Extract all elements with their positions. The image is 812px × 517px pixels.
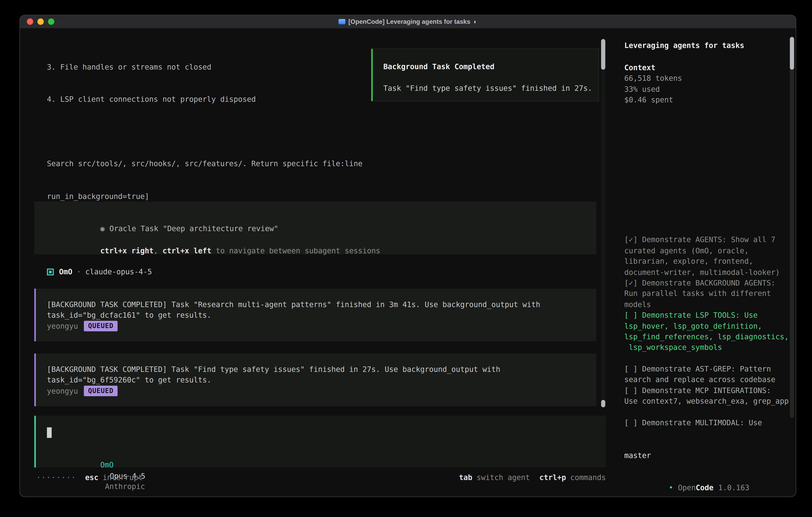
todo-line: librarian, explore, frontend, bbox=[625, 256, 789, 267]
workspace-path: ~/local-workspaces/oh-my-opencode: maste… bbox=[625, 439, 796, 461]
text-cursor bbox=[47, 428, 52, 438]
context-spent: $0.46 spent bbox=[625, 94, 682, 105]
sidebar-scrollbar-thumb[interactable] bbox=[790, 37, 794, 70]
session-sidebar: Leveraging agents for tasks Context 66,5… bbox=[616, 29, 796, 497]
chat-scrollbar-thumb[interactable] bbox=[601, 39, 605, 70]
status-right: tab switch agent ctrl+p commands bbox=[459, 472, 606, 483]
app-version: 1.0.163 bbox=[718, 483, 750, 492]
app-icon bbox=[338, 19, 345, 24]
mcp-item: •websearch_exaConnected bbox=[625, 148, 789, 159]
task-message-line: task_id="bg_6f59260c" to get results. bbox=[47, 375, 211, 386]
terminal-blank-line bbox=[47, 126, 602, 137]
ctrlp-key-label: commands bbox=[570, 472, 606, 483]
todo-line: lsp_workspace_symbols bbox=[625, 342, 789, 353]
lsp-section: ▼LSP •markdown-oxide •typescript •eslint bbox=[625, 169, 749, 212]
todo-line: document-writer, multimodal-looker) bbox=[625, 267, 789, 277]
todo-line: [ ] Demonstrate LSP TOOLS: Use bbox=[625, 310, 789, 321]
todo-line: [✓] Demonstrate AGENTS: Show all 7 bbox=[625, 235, 789, 245]
zoom-button[interactable] bbox=[48, 19, 54, 25]
hint-key-right: ctrl+x right bbox=[100, 246, 154, 255]
oracle-task-panel: ◉Oracle Task "Deep architecture review" … bbox=[34, 201, 597, 254]
background-task-message: [BACKGROUND TASK COMPLETED] Task "Find t… bbox=[34, 353, 597, 406]
todo-line: [ ] Demonstrate MCP INTEGRATIONS: bbox=[625, 385, 789, 396]
todo-item: [ ] Demonstrate AST-GREP: Pattern search… bbox=[625, 363, 789, 385]
mcp-heading[interactable]: ▼MCP bbox=[625, 115, 789, 126]
close-button[interactable] bbox=[27, 19, 33, 25]
task-message-line: task_id="bg_dcfac161" to get results. bbox=[47, 310, 211, 321]
input-provider-name: Anthropic bbox=[105, 483, 145, 491]
lsp-heading[interactable]: ▼LSP bbox=[625, 169, 749, 180]
brand-name-dim: Open bbox=[678, 483, 696, 492]
tab-hint-group: tab switch agent bbox=[459, 472, 530, 483]
mcp-item: •grep_appConnected bbox=[625, 137, 789, 148]
brand-name-bright: Code bbox=[696, 483, 714, 492]
background-task-message: [BACKGROUND TASK COMPLETED] Task "Resear… bbox=[34, 289, 597, 342]
toast-title: Background Task Completed bbox=[383, 61, 494, 72]
chat-scrollbar-thumb-secondary[interactable] bbox=[601, 400, 605, 407]
queued-badge: QUEUED bbox=[84, 321, 118, 331]
todo-heading[interactable]: ▼Todo bbox=[625, 224, 789, 235]
status-bar: ········ esc interrupt tab switch agent … bbox=[36, 472, 606, 483]
lsp-item: •eslint bbox=[625, 202, 749, 213]
task-user: yeongyu bbox=[47, 386, 78, 397]
context-heading: Context bbox=[625, 62, 682, 73]
todo-line: lsp_find_references, lsp_diagnostics, bbox=[625, 331, 789, 342]
record-icon: ◉ bbox=[100, 224, 105, 233]
agent-name: OmO bbox=[59, 267, 72, 277]
todo-line: Run parallel tasks with different bbox=[625, 288, 789, 299]
todo-line: models bbox=[625, 299, 789, 310]
todo-line: [ ] Demonstrate AST-GREP: Pattern bbox=[625, 363, 789, 374]
app-version-footer: •OpenCode1.0.163 bbox=[625, 472, 750, 497]
agent-checkbox-icon bbox=[47, 268, 54, 275]
spinner-dots-icon: ········ bbox=[36, 472, 76, 483]
hint-separator: , bbox=[154, 246, 163, 255]
todo-line: curated agents (OmO, oracle, bbox=[625, 245, 789, 256]
queued-badge: QUEUED bbox=[84, 386, 118, 397]
todo-section: ▼Todo [✓] Demonstrate AGENTS: Show all 7… bbox=[625, 224, 789, 428]
toast-notification: Background Task Completed Task "Find typ… bbox=[371, 49, 599, 101]
toast-body: Task "Find type safety issues" finished … bbox=[383, 83, 592, 93]
todo-line: search and replace across codebase bbox=[625, 374, 789, 385]
workspace-branch: master bbox=[625, 450, 796, 461]
window-title-group: [OpenCode] Leveraging agents for tasks ◐ bbox=[338, 18, 477, 25]
context-section: Context 66,518 tokens 33% used $0.46 spe… bbox=[625, 62, 682, 105]
task-message-line: [BACKGROUND TASK COMPLETED] Task "Find t… bbox=[47, 364, 500, 375]
traffic-lights bbox=[27, 16, 54, 28]
chat-scrollbar-track[interactable] bbox=[601, 39, 605, 407]
terminal-line: Search src/tools/, src/hooks/, src/featu… bbox=[47, 159, 602, 169]
todo-item: [✓] Demonstrate AGENTS: Show all 7 curat… bbox=[625, 235, 789, 277]
minimize-button[interactable] bbox=[37, 19, 44, 25]
context-tokens: 66,518 tokens bbox=[625, 73, 682, 84]
todo-line: Use context7, websearch_exa, grep_app bbox=[625, 396, 789, 407]
lsp-item: •typescript bbox=[625, 191, 749, 202]
context-used: 33% used bbox=[625, 84, 682, 94]
hint-text: to navigate between subagent sessions bbox=[211, 246, 380, 255]
task-message-line: [BACKGROUND TASK COMPLETED] Task "Resear… bbox=[47, 299, 540, 310]
lsp-item: •markdown-oxide bbox=[625, 180, 749, 191]
todo-line: lsp_hover, lsp_goto_definition, bbox=[625, 321, 789, 331]
task-user: yeongyu bbox=[47, 321, 78, 331]
window-title: [OpenCode] Leveraging agents for tasks bbox=[348, 18, 470, 25]
bullet-icon: • bbox=[669, 483, 673, 492]
todo-item: [ ] Demonstrate MULTIMODAL: Use bbox=[625, 417, 789, 428]
chat-pane: 3. File handles or streams not closed 4.… bbox=[20, 29, 616, 497]
terminal-line: run_in_background=true] bbox=[47, 191, 602, 201]
agent-header: OmO · claude-opus-4-5 bbox=[47, 267, 152, 277]
prompt-input[interactable]: OmO Opus 4.5 Anthropic bbox=[34, 416, 606, 468]
oracle-task-label: Oracle Task "Deep architecture review" bbox=[110, 224, 278, 233]
terminal-window: [OpenCode] Leveraging agents for tasks ◐… bbox=[20, 15, 796, 497]
input-agent-name: OmO bbox=[100, 461, 114, 469]
tab-key-hint: tab bbox=[459, 472, 472, 483]
window-body: 3. File handles or streams not closed 4.… bbox=[20, 29, 795, 497]
todo-item: [✓] Demonstrate BACKGROUND AGENTS: Run p… bbox=[625, 277, 789, 310]
spinner-icon: ◐ bbox=[473, 18, 477, 25]
esc-key-hint: esc bbox=[85, 472, 98, 483]
mcp-item: •context7Connected bbox=[625, 126, 789, 137]
session-title: Leveraging agents for tasks bbox=[625, 40, 745, 51]
subagent-nav-hint: ctrl+x right, ctrl+x left to navigate be… bbox=[47, 235, 380, 267]
status-left: ········ esc interrupt bbox=[36, 472, 143, 483]
ctrlp-key-hint: ctrl+p bbox=[540, 472, 566, 483]
separator-dot: · bbox=[77, 267, 81, 277]
todo-item: [ ] Demonstrate MCP INTEGRATIONS: Use co… bbox=[625, 385, 789, 407]
sidebar-scrollbar-track[interactable] bbox=[790, 37, 794, 418]
